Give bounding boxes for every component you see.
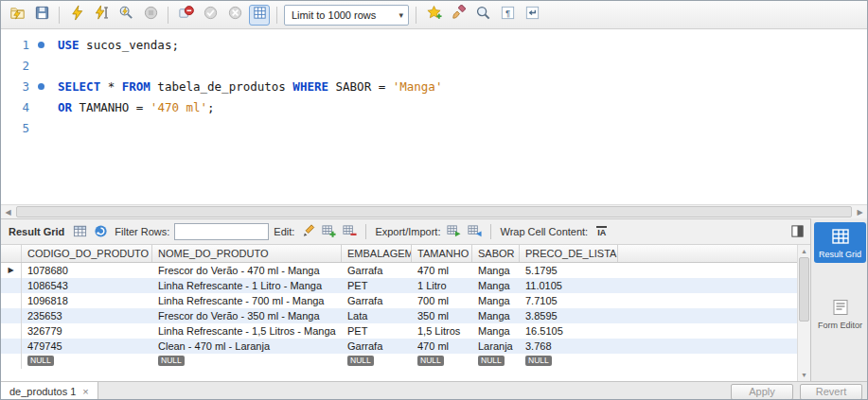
save-snippet-button[interactable] (423, 5, 444, 26)
grid-vertical-scrollbar[interactable]: ▲ ▼ (797, 245, 810, 381)
apply-button[interactable]: Apply (731, 384, 793, 400)
import-button[interactable] (466, 223, 484, 241)
table-cell[interactable]: 350 ml (412, 308, 472, 323)
table-cell[interactable]: 1086543 (22, 278, 152, 293)
toggle-stop-on-error-button[interactable] (175, 5, 196, 26)
table-row[interactable]: 235653Frescor do Verão - 350 ml - MangaL… (1, 308, 797, 323)
table-cell[interactable]: 11.0105 (520, 278, 618, 293)
table-cell[interactable]: 1 Litro (412, 278, 472, 293)
table-cell[interactable]: Manga (472, 308, 520, 323)
table-cell[interactable]: NULL (472, 354, 520, 369)
table-cell[interactable]: Garrafa (342, 339, 412, 354)
table-cell[interactable]: Linha Refrescante - 700 ml - Manga (152, 293, 342, 308)
table-cell[interactable]: 16.5105 (520, 323, 618, 339)
table-cell[interactable]: 326779 (22, 323, 152, 339)
code-line[interactable]: 2 (1, 55, 867, 76)
add-row-button[interactable] (320, 223, 338, 241)
sidebar-item-form-editor[interactable]: Form Editor (814, 293, 866, 334)
table-cell[interactable]: Manga (472, 278, 520, 293)
table-row[interactable]: 479745Clean - 470 ml - LaranjaGarrafa470… (1, 339, 797, 354)
table-cell[interactable]: Linha Refrescante - 1,5 Litros - Manga (152, 323, 342, 339)
save-script-button[interactable] (31, 5, 52, 26)
wrap-cell-content-button[interactable]: IA (593, 223, 611, 241)
explain-plan-button[interactable] (115, 5, 136, 26)
filter-rows-input[interactable] (174, 223, 269, 240)
execute-button[interactable] (66, 5, 87, 26)
table-cell[interactable]: 470 ml (412, 339, 472, 354)
open-script-button[interactable] (7, 5, 27, 26)
scroll-left-icon[interactable]: ◀ (1, 208, 15, 217)
table-cell[interactable]: Manga (472, 323, 520, 339)
export-button[interactable] (445, 223, 463, 241)
scrollbar-thumb[interactable] (799, 257, 809, 322)
code-line[interactable]: 1USE sucos_vendas; (1, 34, 867, 55)
table-cell[interactable]: 3.768 (520, 339, 618, 354)
scroll-up-icon[interactable]: ▲ (798, 245, 810, 257)
table-row[interactable]: 1096818Linha Refrescante - 700 ml - Mang… (1, 293, 797, 308)
editor-horizontal-scrollbar[interactable]: ◀ ▶ (1, 204, 867, 218)
limit-rows-dropdown[interactable]: Limit to 1000 rows ▾ (284, 5, 409, 26)
table-cell[interactable]: NULL (22, 354, 152, 369)
table-row[interactable]: ▶1078680Frescor do Verão - 470 ml - Mang… (1, 263, 797, 278)
code-line[interactable]: 3SELECT * FROM tabela_de_produtos WHERE … (1, 76, 867, 96)
table-cell[interactable]: Laranja (472, 339, 520, 354)
table-cell[interactable]: Lata (342, 308, 412, 323)
table-cell[interactable]: 700 ml (412, 293, 472, 308)
row-selector[interactable] (1, 354, 22, 369)
refresh-button[interactable] (92, 223, 110, 241)
scroll-right-icon[interactable]: ▶ (853, 208, 867, 217)
execute-current-statement-button[interactable] (91, 5, 112, 26)
edit-record-button[interactable] (299, 223, 317, 241)
table-cell[interactable]: 470 ml (412, 263, 472, 278)
delete-row-button[interactable] (341, 223, 359, 241)
row-selector[interactable] (1, 278, 22, 293)
table-cell[interactable]: Linha Refrescante - 1 Litro - Manga (152, 278, 342, 293)
code-line[interactable]: 5 (1, 117, 867, 138)
row-selector[interactable] (1, 293, 22, 308)
table-cell[interactable]: NULL (342, 354, 412, 369)
table-cell[interactable]: NULL (412, 354, 472, 369)
row-selector[interactable] (1, 339, 22, 354)
table-cell[interactable]: Garrafa (342, 263, 412, 278)
commit-button[interactable] (200, 5, 221, 26)
column-header[interactable]: EMBALAGEM (342, 245, 412, 262)
table-cell[interactable]: 1078680 (22, 263, 152, 278)
row-selector[interactable] (1, 323, 22, 339)
code-line[interactable]: 4OR TAMANHO = '470 ml'; (1, 96, 867, 117)
table-cell[interactable]: PET (342, 323, 412, 339)
sidebar-item-result-grid[interactable]: Result Grid (814, 222, 866, 263)
null-placeholder-row[interactable]: NULLNULLNULLNULLNULLNULL (1, 354, 797, 369)
beautify-button[interactable] (448, 5, 469, 26)
current-row-marker[interactable]: ▶ (1, 263, 22, 278)
rollback-button[interactable] (224, 5, 245, 26)
column-header[interactable]: PRECO_DE_LISTA (520, 245, 618, 262)
table-cell[interactable]: NULL (520, 354, 618, 369)
column-header[interactable]: CODIGO_DO_PRODUTO (22, 245, 152, 262)
table-cell[interactable]: 5.1795 (520, 263, 618, 278)
table-cell[interactable]: Clean - 470 ml - Laranja (152, 339, 342, 354)
table-cell[interactable]: NULL (152, 354, 342, 369)
column-header[interactable]: NOME_DO_PRODUTO (152, 245, 342, 262)
table-row[interactable]: 1086543Linha Refrescante - 1 Litro - Man… (1, 278, 797, 293)
table-cell[interactable]: 479745 (22, 339, 152, 354)
table-cell[interactable]: 1096818 (22, 293, 152, 308)
close-icon[interactable]: × (82, 386, 88, 397)
panel-toggle-button[interactable] (788, 223, 806, 241)
row-selector-header[interactable] (1, 245, 22, 262)
row-selector[interactable] (1, 308, 22, 323)
table-cell[interactable]: Manga (472, 293, 520, 308)
result-tab[interactable]: de_produtos 1 × (1, 382, 98, 400)
table-cell[interactable]: Frescor do Verão - 470 ml - Manga (152, 263, 342, 278)
toggle-autocommit-button[interactable] (249, 5, 270, 26)
table-cell[interactable]: 1,5 Litros (412, 323, 472, 339)
scrollbar-thumb[interactable] (16, 206, 852, 217)
table-cell[interactable]: Garrafa (342, 293, 412, 308)
table-cell[interactable]: 235653 (22, 308, 152, 323)
table-cell[interactable]: Frescor do Verão - 350 ml - Manga (152, 308, 342, 323)
stop-execution-button[interactable] (140, 5, 161, 26)
table-cell[interactable]: Manga (472, 263, 520, 278)
invisible-chars-button[interactable]: ¶ (497, 5, 518, 26)
column-header[interactable]: TAMANHO (412, 245, 472, 262)
table-cell[interactable]: 7.7105 (520, 293, 618, 308)
table-cell[interactable]: PET (342, 278, 412, 293)
